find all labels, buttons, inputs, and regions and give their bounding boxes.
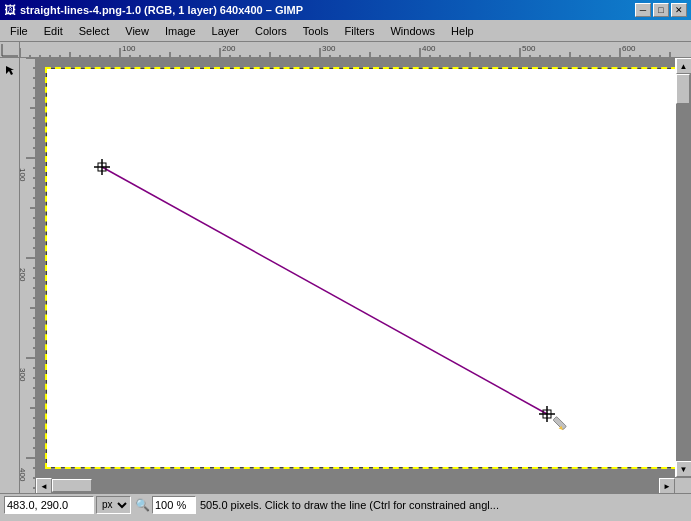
zoom-icon: 🔍 [135,498,150,512]
menu-windows[interactable]: Windows [382,23,443,39]
close-button[interactable]: ✕ [671,3,687,17]
title-buttons: ─ □ ✕ [635,3,687,17]
scrollbar-right: ▲ ▼ [675,58,691,477]
ruler-vertical: 100200300400 [20,58,36,493]
zoom-display: 🔍 [135,496,196,514]
menu-view[interactable]: View [117,23,157,39]
svg-text:200: 200 [222,44,236,53]
svg-line-122 [102,167,547,414]
coords-field[interactable] [4,496,94,514]
left-toolbar [0,58,20,493]
canvas-row: ▲ ▼ [36,58,691,477]
scroll-down-button[interactable]: ▼ [676,461,692,477]
canvas-drawing [47,69,675,467]
menu-filters[interactable]: Filters [337,23,383,39]
menu-edit[interactable]: Edit [36,23,71,39]
canvas-and-scrollbar: ▲ ▼ ◄ ► [36,58,691,493]
unit-select[interactable]: px [96,496,131,514]
status-bar: px 🔍 505.0 pixels. Click to draw the lin… [0,493,691,515]
ruler-top-container: 100200300400500600 [0,42,691,58]
scroll-track-horizontal[interactable] [52,478,659,493]
zoom-field[interactable] [152,496,196,514]
menu-tools[interactable]: Tools [295,23,337,39]
menu-select[interactable]: Select [71,23,118,39]
menu-file[interactable]: File [2,23,36,39]
scrollbar-bottom: ◄ ► [36,477,691,493]
menu-image[interactable]: Image [157,23,204,39]
menu-colors[interactable]: Colors [247,23,295,39]
svg-marker-72 [6,66,14,75]
main-layout: 100200300400 [0,58,691,493]
minimize-button[interactable]: ─ [635,3,651,17]
scroll-right-button[interactable]: ► [659,478,675,493]
menu-bar: File Edit Select View Image Layer Colors… [0,20,691,42]
start-cursor [94,159,110,175]
status-message: 505.0 pixels. Click to draw the line (Ct… [200,499,687,511]
maximize-button[interactable]: □ [653,3,669,17]
scroll-up-button[interactable]: ▲ [676,58,692,74]
scroll-corner [675,478,691,493]
menu-help[interactable]: Help [443,23,482,39]
canvas-with-rulers: 100200300400 [20,58,691,493]
tool-icon[interactable] [2,62,18,78]
svg-text:100: 100 [20,168,27,182]
canvas-area-wrapper: 100200300400 [20,58,691,493]
svg-text:400: 400 [20,468,27,482]
svg-text:500: 500 [522,44,536,53]
title-bar: 🖼 straight-lines-4.png-1.0 (RGB, 1 layer… [0,0,691,20]
coords-display: px [4,496,131,514]
canvas-container[interactable] [36,58,675,477]
svg-text:200: 200 [20,268,27,282]
scroll-thumb-horizontal[interactable] [52,479,92,492]
svg-text:600: 600 [622,44,636,53]
svg-text:100: 100 [122,44,136,53]
scroll-thumb-vertical[interactable] [676,74,690,104]
svg-text:400: 400 [422,44,436,53]
scroll-track-vertical[interactable] [676,74,692,461]
image-canvas[interactable] [46,68,675,468]
svg-text:300: 300 [322,44,336,53]
svg-text:300: 300 [20,368,27,382]
ruler-horizontal: 100200300400500600 [20,42,691,58]
scroll-left-button[interactable]: ◄ [36,478,52,493]
ruler-corner [0,42,20,58]
window-title: straight-lines-4.png-1.0 (RGB, 1 layer) … [20,4,303,16]
end-cursor [539,406,566,431]
menu-layer[interactable]: Layer [204,23,248,39]
